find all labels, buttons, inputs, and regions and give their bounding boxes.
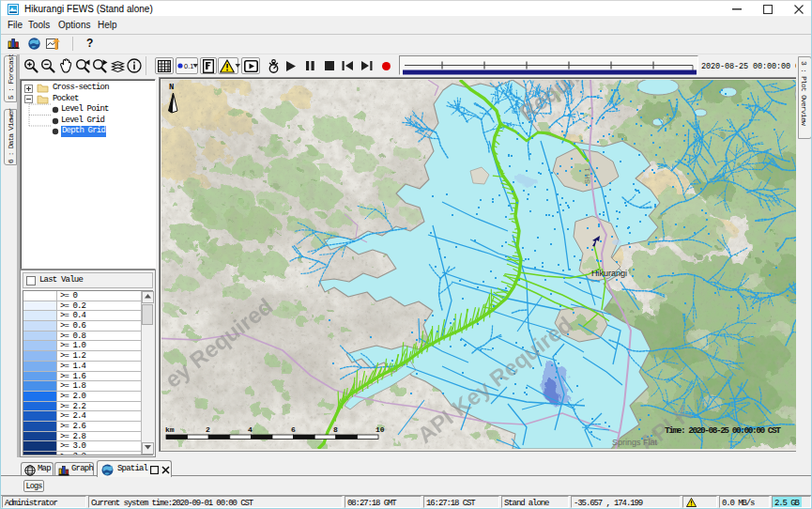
- svg-text:5 : Forecast: 5 : Forecast: [7, 54, 15, 100]
- svg-text:8: 8: [333, 425, 338, 434]
- svg-text:Springs Flat: Springs Flat: [612, 438, 658, 447]
- svg-text:km: km: [165, 425, 175, 434]
- svg-text:4: 4: [248, 425, 253, 434]
- svg-text:Hikurangi: Hikurangi: [591, 269, 627, 278]
- svg-text:6: 6: [291, 425, 296, 434]
- svg-text:10: 10: [375, 425, 385, 434]
- svg-text:N: N: [169, 83, 174, 92]
- svg-text:SH 1: SH 1: [583, 167, 591, 184]
- svg-text:6 : Data Viewer: 6 : Data Viewer: [7, 107, 15, 163]
- svg-text:3 : Plot Overview: 3 : Plot Overview: [800, 61, 808, 126]
- svg-text:2: 2: [206, 425, 210, 434]
- svg-text:Time: 2020-08-25 00:00:00 CST: Time: 2020-08-25 00:00:00 CST: [665, 425, 781, 436]
